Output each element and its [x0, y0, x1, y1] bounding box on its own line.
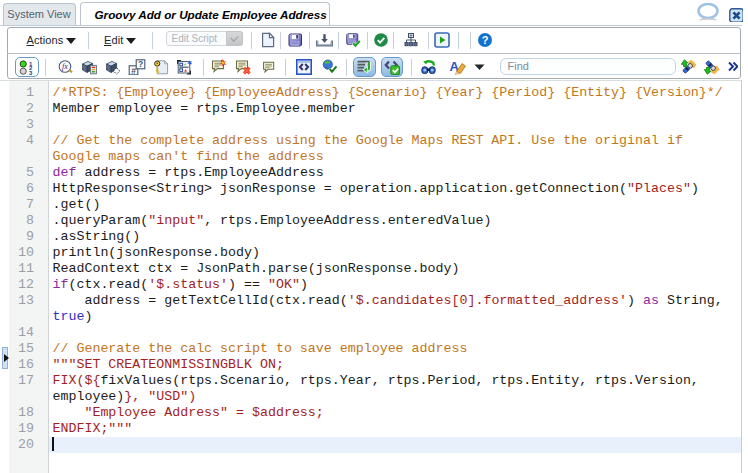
- svg-text:fx: fx: [62, 62, 68, 71]
- svg-text:3: 3: [29, 70, 33, 75]
- svg-text:?: ?: [482, 34, 489, 46]
- svg-text:#: #: [131, 65, 136, 74]
- svg-text:?: ?: [137, 59, 142, 69]
